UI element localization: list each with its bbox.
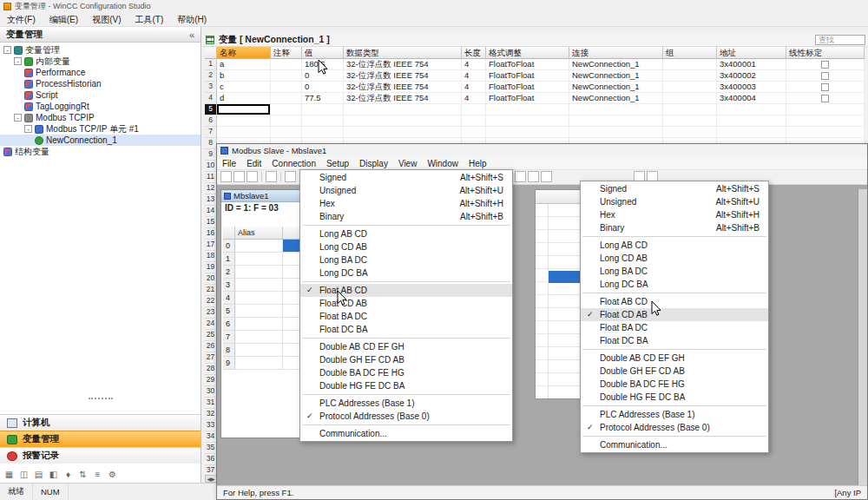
row-number[interactable]: 32 bbox=[205, 409, 217, 420]
menu-item[interactable]: ✓Float AB CD bbox=[300, 284, 512, 297]
menu-item[interactable]: Window bbox=[422, 157, 464, 169]
menu-item[interactable]: ✓Protocol Addresses (Base 0) bbox=[300, 410, 512, 423]
table-cell[interactable]: 32-位浮点数 IEEE 754 bbox=[344, 59, 462, 70]
tree-item[interactable]: NewConnection_1 bbox=[0, 135, 201, 146]
table-cell[interactable]: 4 bbox=[462, 82, 486, 93]
search-input[interactable]: 查找 bbox=[815, 35, 865, 45]
alias-cell[interactable] bbox=[235, 279, 283, 292]
tree-item[interactable]: 结构变量 bbox=[0, 146, 201, 157]
table-cell[interactable] bbox=[217, 104, 271, 115]
table-cell[interactable]: 32-位浮点数 IEEE 754 bbox=[344, 93, 462, 104]
menu-item[interactable]: 帮助(H) bbox=[170, 13, 214, 26]
table-cell[interactable] bbox=[663, 104, 717, 115]
linear-scaling-cell[interactable] bbox=[786, 104, 865, 115]
linear-scaling-cell[interactable] bbox=[786, 115, 865, 127]
menu-item[interactable]: SignedAlt+Shift+S bbox=[581, 182, 768, 195]
modbus-titlebar[interactable]: Modbus Slave - Mbslave1 bbox=[217, 144, 867, 157]
row-number[interactable]: 25 bbox=[205, 330, 217, 341]
row-number[interactable]: 23 bbox=[205, 307, 217, 319]
table-cell[interactable] bbox=[486, 115, 569, 127]
mail-icon[interactable] bbox=[528, 171, 539, 182]
row-number[interactable]: 14 bbox=[205, 206, 217, 217]
row-number[interactable]: 13 bbox=[205, 194, 217, 206]
column-header[interactable]: 线性标定 bbox=[786, 47, 865, 59]
tree-item[interactable]: -Modbus TCP/IP 单元 #1 bbox=[0, 123, 201, 135]
row-number[interactable]: 20 bbox=[205, 273, 217, 285]
table-cell[interactable]: 32-位浮点数 IEEE 754 bbox=[344, 70, 462, 82]
table-cell[interactable]: 4 bbox=[462, 70, 486, 82]
expander-icon[interactable]: - bbox=[24, 125, 32, 133]
column-header[interactable]: 注释 bbox=[271, 47, 302, 59]
table-cell[interactable]: 3x400004 bbox=[717, 93, 786, 104]
alias-cell[interactable] bbox=[235, 357, 283, 370]
row-number[interactable]: 18 bbox=[205, 251, 217, 262]
table-cell[interactable]: NewConnection_1 bbox=[569, 59, 663, 70]
linear-scaling-cell[interactable] bbox=[786, 59, 865, 70]
open-folder-icon[interactable] bbox=[233, 171, 245, 182]
menu-item[interactable]: UnsignedAlt+Shift+U bbox=[581, 195, 768, 208]
linear-scaling-cell[interactable] bbox=[786, 127, 865, 138]
child-row-number[interactable]: 8 bbox=[223, 344, 235, 357]
table-cell[interactable]: b bbox=[217, 70, 271, 82]
column-header[interactable]: 连接 bbox=[569, 47, 663, 59]
menu-item[interactable]: Double GH EF CD AB bbox=[300, 353, 512, 366]
table-cell[interactable] bbox=[663, 93, 717, 104]
menu-item[interactable]: PLC Addresses (Base 1) bbox=[581, 408, 768, 421]
alias-column-header[interactable]: Alias bbox=[235, 227, 283, 240]
child-row-number[interactable]: 7 bbox=[223, 331, 235, 344]
table-cell[interactable] bbox=[663, 59, 717, 70]
linear-scaling-cell[interactable] bbox=[786, 82, 865, 93]
menu-item[interactable]: SignedAlt+Shift+S bbox=[300, 171, 512, 184]
alias-cell[interactable] bbox=[235, 292, 283, 305]
hscroll-arrows[interactable]: ◀▶ bbox=[205, 475, 217, 483]
alias-cell[interactable] bbox=[235, 344, 283, 357]
menu-item[interactable]: 工具(T) bbox=[128, 13, 170, 26]
table-cell[interactable] bbox=[717, 115, 786, 127]
checkbox[interactable] bbox=[821, 83, 829, 91]
row-number[interactable]: 6 bbox=[205, 115, 217, 127]
menu-item[interactable]: Display bbox=[354, 157, 393, 169]
tree-item[interactable]: -变量管理 bbox=[0, 44, 201, 56]
table-cell[interactable] bbox=[271, 127, 302, 138]
row-number[interactable]: 9 bbox=[205, 149, 217, 161]
checkbox[interactable] bbox=[821, 95, 829, 102]
table-cell[interactable]: NewConnection_1 bbox=[569, 70, 663, 82]
column-header[interactable]: 格式调整 bbox=[486, 47, 569, 59]
table-corner-cell[interactable] bbox=[205, 47, 217, 59]
child-row-number[interactable]: 1 bbox=[223, 253, 235, 266]
menu-item[interactable]: Double AB CD EF GH bbox=[581, 352, 768, 365]
tree-item[interactable]: ProcessHistorian bbox=[0, 78, 201, 89]
table-cell[interactable] bbox=[271, 82, 302, 93]
table-cell[interactable]: d bbox=[217, 93, 271, 104]
child-row-number[interactable]: 5 bbox=[223, 305, 235, 318]
alias-cell[interactable] bbox=[235, 318, 283, 331]
menu-item[interactable]: Double HG FE DC BA bbox=[581, 391, 768, 404]
table-cell[interactable]: a bbox=[217, 59, 271, 70]
tree-item[interactable]: -内部变量 bbox=[0, 56, 201, 67]
table-cell[interactable]: 3x400002 bbox=[717, 70, 786, 82]
table-cell[interactable] bbox=[663, 82, 717, 93]
table-cell[interactable]: 4 bbox=[462, 93, 486, 104]
table-cell[interactable] bbox=[462, 127, 486, 138]
menu-item[interactable]: Long CD AB bbox=[300, 240, 512, 253]
table-cell[interactable] bbox=[271, 93, 302, 104]
tree-item[interactable]: TagLoggingRt bbox=[0, 101, 201, 112]
row-number[interactable]: 26 bbox=[205, 341, 217, 352]
table-cell[interactable] bbox=[462, 115, 486, 127]
menu-item[interactable]: Communication... bbox=[581, 438, 768, 451]
menu-item[interactable]: Float AB CD bbox=[581, 295, 768, 308]
table-cell[interactable] bbox=[271, 104, 302, 115]
table-cell[interactable]: 3x400003 bbox=[717, 82, 786, 93]
child-row-number[interactable]: 3 bbox=[223, 279, 235, 292]
row-number[interactable]: 7 bbox=[205, 127, 217, 138]
columns-icon[interactable]: ◫ bbox=[17, 468, 30, 481]
sidebar-nav-computer[interactable]: 计算机 bbox=[0, 414, 201, 431]
rows-icon[interactable]: ▤ bbox=[32, 468, 45, 481]
table-cell[interactable] bbox=[569, 127, 663, 138]
audio-icon[interactable]: ♦ bbox=[62, 468, 75, 481]
menu-item[interactable]: BinaryAlt+Shift+B bbox=[300, 210, 512, 223]
table-cell[interactable] bbox=[663, 127, 717, 138]
menu-item[interactable]: Float DC BA bbox=[300, 323, 512, 336]
table-cell[interactable]: FloatToFloat bbox=[486, 93, 569, 104]
table-cell[interactable] bbox=[302, 115, 344, 127]
